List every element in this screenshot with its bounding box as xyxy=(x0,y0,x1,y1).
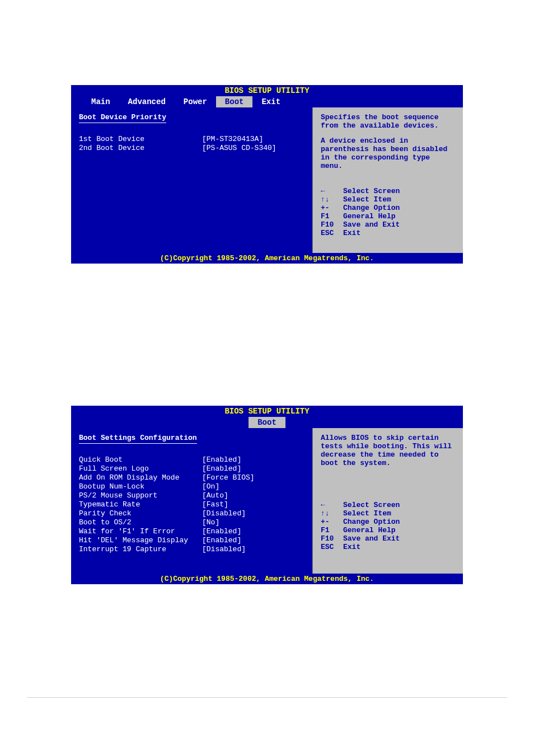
setting-2nd-boot[interactable]: 2nd Boot Device [PS-ASUS CD-S340] xyxy=(79,144,305,152)
plusminus-icon: +- xyxy=(321,518,343,526)
copyright: (C)Copyright 1985-2002, American Megatre… xyxy=(71,574,463,584)
hint-select-screen: Select Screen xyxy=(343,501,400,509)
left-panel: Boot Settings Configuration Quick Boot [… xyxy=(71,428,312,574)
setting-wait-f1[interactable]: Wait for 'F1' If Error [Enabled] xyxy=(79,527,305,536)
setting-label: 1st Boot Device xyxy=(79,135,202,143)
setting-label: 2nd Boot Device xyxy=(79,144,202,152)
setting-value: [On] xyxy=(202,482,219,491)
setting-1st-boot[interactable]: 1st Boot Device [PM-ST320413A] xyxy=(79,135,305,143)
hint-general-help: General Help xyxy=(343,526,396,534)
esc-key: ESC xyxy=(321,229,343,237)
hint-exit: Exit xyxy=(343,229,360,237)
tab-advanced[interactable]: Advanced xyxy=(119,96,175,107)
esc-key: ESC xyxy=(321,543,343,551)
arrow-updown-icon: ↑↓ xyxy=(321,509,343,518)
setting-hit-del[interactable]: Hit 'DEL' Message Display [Enabled] xyxy=(79,536,305,544)
section-title: Boot Settings Configuration xyxy=(79,434,197,444)
arrow-left-icon: ← xyxy=(321,501,343,509)
help-text-2: A device enclosed in parenthesis has bee… xyxy=(321,137,455,170)
menu-bar: Main Advanced Power Boot Exit xyxy=(71,96,463,107)
setting-value: [Disabled] xyxy=(202,509,246,518)
setting-label: Hit 'DEL' Message Display xyxy=(79,536,202,544)
setting-label: Quick Boot xyxy=(79,456,202,464)
setting-label: Boot to OS/2 xyxy=(79,518,202,527)
setting-value: [Disabled] xyxy=(202,545,246,553)
bios-window-boot-priority: BIOS SETUP UTILITY Main Advanced Power B… xyxy=(70,84,464,265)
setting-label: Interrupt 19 Capture xyxy=(79,545,202,553)
setting-numlock[interactable]: Bootup Num-Lock [On] xyxy=(79,482,305,491)
setting-label: Parity Check xyxy=(79,509,202,518)
setting-value: [PS-ASUS CD-S340] xyxy=(202,144,277,152)
bios-title: BIOS SETUP UTILITY xyxy=(71,85,463,96)
setting-value: [Force BIOS] xyxy=(202,473,255,482)
tab-exit[interactable]: Exit xyxy=(252,96,289,107)
setting-boot-os2[interactable]: Boot to OS/2 [No] xyxy=(79,518,305,527)
setting-quick-boot[interactable]: Quick Boot [Enabled] xyxy=(79,456,305,464)
setting-value: [Enabled] xyxy=(202,464,241,473)
content-area: Boot Settings Configuration Quick Boot [… xyxy=(71,428,463,574)
help-text-1: Specifies the boot sequence from the ava… xyxy=(321,113,455,130)
menu-bar: Boot xyxy=(71,417,463,428)
tab-boot[interactable]: Boot xyxy=(216,96,253,107)
hint-select-screen: Select Screen xyxy=(343,187,400,195)
tab-boot[interactable]: Boot xyxy=(249,417,285,428)
setting-value: [No] xyxy=(202,518,219,527)
setting-value: [Enabled] xyxy=(202,536,241,544)
setting-label: Wait for 'F1' If Error xyxy=(79,527,202,536)
setting-typematic[interactable]: Typematic Rate [Fast] xyxy=(79,500,305,509)
key-hints: ←Select Screen ↑↓Select Item +-Change Op… xyxy=(321,187,455,237)
help-panel: Specifies the boot sequence from the ava… xyxy=(312,107,463,253)
setting-label: Bootup Num-Lock xyxy=(79,482,202,491)
hint-save-exit: Save and Exit xyxy=(343,534,400,543)
setting-label: Add On ROM Display Mode xyxy=(79,473,202,482)
hint-save-exit: Save and Exit xyxy=(343,220,400,229)
setting-value: [Enabled] xyxy=(202,456,241,464)
setting-ps2-mouse[interactable]: PS/2 Mouse Support [Auto] xyxy=(79,491,305,500)
setting-value: [Fast] xyxy=(202,500,228,509)
section-title: Boot Device Priority xyxy=(79,113,166,123)
bios-title: BIOS SETUP UTILITY xyxy=(71,406,463,417)
hint-exit: Exit xyxy=(343,543,360,551)
content-area: Boot Device Priority 1st Boot Device [PM… xyxy=(71,107,463,253)
setting-full-screen-logo[interactable]: Full Screen Logo [Enabled] xyxy=(79,464,305,473)
setting-value: [Auto] xyxy=(202,491,228,500)
bios-window-boot-settings: BIOS SETUP UTILITY Boot Boot Settings Co… xyxy=(70,405,464,585)
plusminus-icon: +- xyxy=(321,204,343,212)
help-panel: Allows BIOS to skip certain tests while … xyxy=(312,428,463,574)
setting-value: [Enabled] xyxy=(202,527,241,536)
setting-value: [PM-ST320413A] xyxy=(202,135,263,143)
hint-select-item: Select Item xyxy=(343,509,391,518)
setting-parity[interactable]: Parity Check [Disabled] xyxy=(79,509,305,518)
setting-label: Typematic Rate xyxy=(79,500,202,509)
f1-key: F1 xyxy=(321,212,343,220)
left-panel: Boot Device Priority 1st Boot Device [PM… xyxy=(71,107,312,253)
key-hints: ←Select Screen ↑↓Select Item +-Change Op… xyxy=(321,501,455,551)
copyright: (C)Copyright 1985-2002, American Megatre… xyxy=(71,253,463,264)
arrow-updown-icon: ↑↓ xyxy=(321,195,343,204)
f1-key: F1 xyxy=(321,526,343,534)
f10-key: F10 xyxy=(321,220,343,229)
help-text-1: Allows BIOS to skip certain tests while … xyxy=(321,434,455,467)
page-divider xyxy=(27,697,508,698)
hint-change-option: Change Option xyxy=(343,204,400,212)
setting-label: Full Screen Logo xyxy=(79,464,202,473)
hint-change-option: Change Option xyxy=(343,518,400,526)
arrow-left-icon: ← xyxy=(321,187,343,195)
tab-power[interactable]: Power xyxy=(175,96,216,107)
tab-main[interactable]: Main xyxy=(82,96,119,107)
f10-key: F10 xyxy=(321,534,343,543)
hint-general-help: General Help xyxy=(343,212,396,220)
setting-int19[interactable]: Interrupt 19 Capture [Disabled] xyxy=(79,545,305,553)
setting-addon-rom[interactable]: Add On ROM Display Mode [Force BIOS] xyxy=(79,473,305,482)
setting-label: PS/2 Mouse Support xyxy=(79,491,202,500)
hint-select-item: Select Item xyxy=(343,195,391,204)
